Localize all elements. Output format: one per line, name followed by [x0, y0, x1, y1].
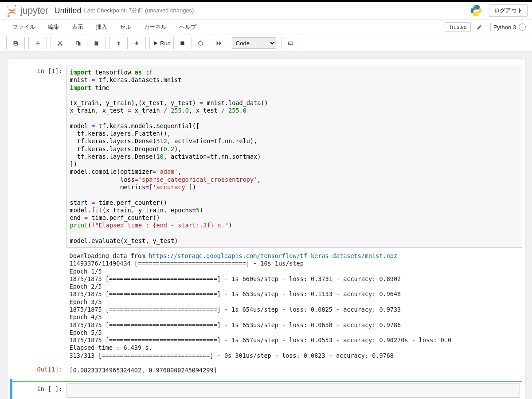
- kernel-indicator-icon: [519, 23, 526, 31]
- svg-rect-6: [289, 42, 293, 45]
- command-palette-button[interactable]: [282, 37, 300, 49]
- python-logo-icon: [469, 4, 483, 17]
- svg-point-4: [477, 14, 478, 15]
- result-text: [0.08233734965324402, 0.9768000245094299…: [66, 364, 522, 377]
- menu-view[interactable]: 表示: [66, 20, 90, 35]
- notebook-title[interactable]: Untitled: [55, 6, 82, 16]
- menu-kernel[interactable]: カーネル: [137, 20, 173, 35]
- jupyter-icon: [6, 4, 18, 17]
- copy-button[interactable]: [69, 37, 87, 49]
- trusted-indicator[interactable]: Trusted: [445, 22, 470, 32]
- menu-edit[interactable]: 編集: [42, 20, 66, 35]
- save-button[interactable]: [6, 37, 25, 49]
- toolbar: Run Code: [0, 35, 532, 51]
- output-stdout: Downloading data from https://storage.go…: [10, 250, 522, 362]
- code-input-area[interactable]: [66, 383, 520, 398]
- restart-run-all-button[interactable]: [210, 37, 228, 49]
- input-prompt: In [1]:: [10, 66, 66, 248]
- edit-metadata-icon[interactable]: [474, 22, 485, 32]
- svg-point-1: [8, 15, 10, 17]
- svg-rect-5: [181, 41, 184, 45]
- menu-cell[interactable]: セル: [113, 20, 137, 35]
- output-result: Out[1]: [0.08233734965324402, 0.97680002…: [10, 364, 522, 377]
- kernel-name[interactable]: Python 3: [493, 24, 516, 31]
- stdout-text: Downloading data from https://storage.go…: [66, 250, 522, 362]
- jupyter-logo[interactable]: jupyter: [6, 4, 48, 17]
- code-input-area[interactable]: import tensorflow as tf mnist = tf.keras…: [66, 66, 522, 248]
- output-prompt-empty: [10, 250, 66, 362]
- notebook-header: jupyter Untitled Last Checkpoint: 7分前 (u…: [0, 2, 532, 20]
- jupyter-logo-text: jupyter: [20, 5, 48, 16]
- run-button[interactable]: Run: [149, 37, 174, 49]
- notebook-container: In [1]: import tensorflow as tf mnist = …: [8, 59, 525, 399]
- output-prompt: Out[1]:: [10, 364, 66, 377]
- stdout-rest: 11493376/11490434 [=====================…: [70, 260, 452, 359]
- code-cell-active[interactable]: In [ ]:: [10, 379, 522, 399]
- logout-button[interactable]: ログアウト: [489, 4, 528, 17]
- menu-insert[interactable]: 挿入: [90, 20, 113, 35]
- svg-point-2: [7, 6, 8, 8]
- paste-button[interactable]: [87, 37, 106, 49]
- input-prompt: In [ ]:: [10, 383, 66, 398]
- menu-help[interactable]: ヘルプ: [173, 20, 203, 35]
- svg-point-3: [474, 6, 475, 7]
- restart-button[interactable]: [192, 37, 210, 49]
- interrupt-button[interactable]: [173, 37, 192, 49]
- cell-type-select[interactable]: Code: [232, 37, 276, 49]
- move-down-button[interactable]: [127, 37, 146, 49]
- checkpoint-text: Last Checkpoint: 7分前 (unsaved changes): [84, 7, 194, 15]
- code-cell[interactable]: In [1]: import tensorflow as tf mnist = …: [10, 66, 522, 248]
- cut-button[interactable]: [51, 37, 69, 49]
- svg-rect-7: [289, 43, 291, 44]
- menu-file[interactable]: ファイル: [6, 20, 42, 35]
- add-cell-button[interactable]: [28, 37, 47, 49]
- move-up-button[interactable]: [109, 37, 128, 49]
- run-button-label: Run: [160, 40, 171, 47]
- svg-point-0: [15, 5, 16, 7]
- menu-bar: ファイル 編集 表示 挿入 セル カーネル ヘルプ Trusted Python…: [0, 20, 532, 35]
